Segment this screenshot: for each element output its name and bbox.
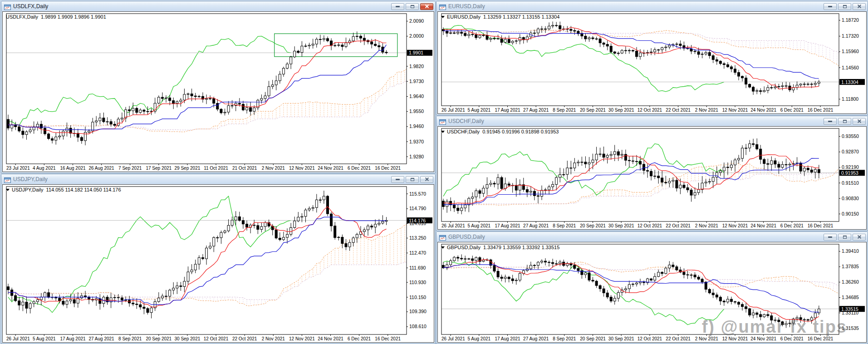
window-title: EURUSD,Daily [448, 3, 824, 10]
ohlc-text: USDJPY,Daily 114.055 114.182 114.050 114… [12, 187, 121, 192]
chart-area[interactable]: 0.935500.928700.921900.915100.908300.901… [437, 126, 867, 230]
symbol-dropdown-icon[interactable] [441, 246, 445, 249]
restore-button[interactable] [838, 234, 851, 241]
svg-text:26 Jul 2021: 26 Jul 2021 [6, 336, 30, 341]
ohlc-info: USDLFX,Daily 1.9899 1.9909 1.9896 1.9901 [6, 14, 106, 20]
svg-text:22 Oct 2021: 22 Oct 2021 [232, 336, 257, 341]
svg-text:0.90830: 0.90830 [842, 196, 859, 201]
window-controls [824, 234, 866, 241]
svg-text:1.31535: 1.31535 [842, 325, 859, 331]
minimize-button[interactable] [391, 176, 404, 183]
svg-text:12 Oct 2021: 12 Oct 2021 [638, 336, 662, 341]
svg-text:0.92190: 0.92190 [842, 164, 859, 170]
window-title: USDJPY,Daily [13, 176, 391, 182]
chart-canvas[interactable]: 0.935500.928700.921900.915100.908300.901… [438, 127, 866, 229]
window-title: USDCHF,Daily [448, 118, 824, 124]
ohlc-text: EURUSD,Daily 1.13259 1.13327 1.13155 1.1… [447, 14, 559, 20]
chart-area[interactable]: 1.187201.173201.159601.145601.118001.133… [437, 11, 867, 114]
restore-button[interactable] [406, 3, 419, 10]
minimize-button[interactable] [824, 118, 837, 125]
svg-text:26 Jul 2021: 26 Jul 2021 [441, 336, 465, 341]
svg-text:16 Dec 2021: 16 Dec 2021 [808, 336, 834, 341]
svg-text:20 Sep 2021: 20 Sep 2021 [580, 108, 606, 113]
svg-text:1.9550: 1.9550 [409, 108, 424, 114]
titlebar[interactable]: GBPUSD,Daily [436, 232, 868, 242]
chart-canvas[interactable]: 2.00902.00001.98201.97301.96401.95501.94… [3, 12, 434, 172]
close-button[interactable] [853, 3, 866, 10]
close-icon [857, 119, 862, 123]
symbol-dropdown-icon[interactable] [441, 131, 445, 133]
svg-text:2 Nov 2021: 2 Nov 2021 [262, 166, 285, 171]
svg-text:5 Aug 2021: 5 Aug 2021 [467, 336, 490, 341]
svg-text:112.470: 112.470 [409, 250, 426, 256]
svg-text:1.36260: 1.36260 [842, 279, 859, 285]
svg-text:16 Aug 2021: 16 Aug 2021 [60, 166, 86, 171]
restore-button[interactable] [838, 3, 851, 10]
svg-text:0.91953: 0.91953 [841, 170, 858, 176]
window-usdlfx: USDLFX,Daily 2.00902.00001.98201.97301.9… [1, 1, 436, 173]
titlebar[interactable]: USDJPY,Daily [1, 174, 435, 184]
svg-text:24 Nov 2021: 24 Nov 2021 [318, 336, 343, 341]
svg-text:8 Sep 2021: 8 Sep 2021 [118, 336, 142, 341]
chart-area[interactable]: 115.570114.790114.010113.250112.470111.6… [2, 184, 434, 343]
mdi-background: USDLFX,Daily 2.00902.00001.98201.97301.9… [0, 0, 868, 344]
svg-text:6 Dec 2021: 6 Dec 2021 [348, 336, 371, 341]
svg-text:2 Nov 2021: 2 Nov 2021 [262, 336, 285, 341]
close-button[interactable] [420, 176, 433, 183]
titlebar[interactable]: USDCHF,Daily [436, 116, 868, 126]
titlebar[interactable]: EURUSD,Daily [436, 1, 868, 11]
restore-button[interactable] [406, 176, 419, 183]
svg-text:1.18720: 1.18720 [842, 17, 859, 23]
close-button[interactable] [420, 3, 433, 10]
ohlc-info: EURUSD,Daily 1.13259 1.13327 1.13155 1.1… [441, 14, 559, 20]
svg-text:4 Aug 2021: 4 Aug 2021 [33, 166, 56, 171]
chart-canvas[interactable]: 1.187201.173201.159601.145601.118001.133… [438, 12, 866, 113]
svg-text:12 Nov 2021: 12 Nov 2021 [289, 336, 315, 341]
close-button[interactable] [853, 234, 866, 241]
svg-text:26 Aug 2021: 26 Aug 2021 [89, 166, 115, 171]
svg-text:1.13304: 1.13304 [841, 79, 858, 85]
chart-area[interactable]: 1.394101.378351.362601.346851.331101.315… [437, 242, 867, 343]
svg-text:1.9280: 1.9280 [409, 154, 424, 159]
chart-window-icon [4, 4, 11, 9]
svg-text:30 Sep 2021: 30 Sep 2021 [175, 336, 201, 341]
chart-canvas[interactable]: 115.570114.790114.010113.250112.470111.6… [3, 185, 434, 342]
svg-text:29 Sep 2021: 29 Sep 2021 [175, 166, 201, 171]
svg-text:22 Oct 2021: 22 Oct 2021 [666, 336, 691, 341]
svg-text:30 Sep 2021: 30 Sep 2021 [608, 336, 634, 341]
svg-text:0.91510: 0.91510 [842, 180, 859, 186]
svg-text:12 Oct 2021: 12 Oct 2021 [638, 223, 662, 228]
close-button[interactable] [853, 118, 866, 125]
svg-text:16 Dec 2021: 16 Dec 2021 [808, 108, 834, 113]
chart-window-icon [439, 4, 446, 9]
svg-text:1.9460: 1.9460 [409, 123, 424, 129]
svg-text:21 Oct 2021: 21 Oct 2021 [232, 166, 257, 171]
symbol-dropdown-icon[interactable] [441, 16, 445, 18]
titlebar[interactable]: USDLFX,Daily [1, 1, 435, 11]
svg-text:23 Jul 2021: 23 Jul 2021 [6, 166, 30, 171]
chart-window-icon [439, 118, 446, 124]
svg-text:0.90150: 0.90150 [842, 211, 859, 216]
restore-button[interactable] [838, 118, 851, 125]
close-icon [857, 4, 862, 9]
svg-text:6 Dec 2021: 6 Dec 2021 [780, 336, 804, 341]
minimize-button[interactable] [824, 234, 837, 241]
minimize-button[interactable] [824, 3, 837, 10]
chart-canvas[interactable]: 1.394101.378351.362601.346851.331101.315… [438, 242, 866, 342]
svg-text:1.37835: 1.37835 [842, 264, 859, 269]
ohlc-info: GBPUSD,Daily 1.33479 1.33559 1.33392 1.3… [441, 245, 559, 250]
svg-text:1.33515: 1.33515 [841, 306, 858, 312]
minimize-button[interactable] [391, 3, 404, 10]
svg-text:26 Jul 2021: 26 Jul 2021 [441, 223, 465, 228]
svg-text:8 Sep 2021: 8 Sep 2021 [553, 336, 576, 341]
svg-text:110.150: 110.150 [409, 295, 426, 300]
chart-area[interactable]: 2.00902.00001.98201.97301.96401.95501.94… [2, 11, 434, 172]
svg-text:20 Sep 2021: 20 Sep 2021 [146, 336, 172, 341]
svg-text:11 Oct 2021: 11 Oct 2021 [204, 166, 228, 171]
svg-text:22 Oct 2021: 22 Oct 2021 [666, 223, 691, 228]
svg-text:17 Aug 2021: 17 Aug 2021 [495, 108, 520, 113]
svg-text:20 Sep 2021: 20 Sep 2021 [580, 223, 606, 228]
symbol-dropdown-icon[interactable] [6, 189, 10, 191]
close-icon [425, 177, 429, 182]
ohlc-info: USDCHF,Daily 0.91945 0.91996 0.91898 0.9… [441, 129, 559, 134]
